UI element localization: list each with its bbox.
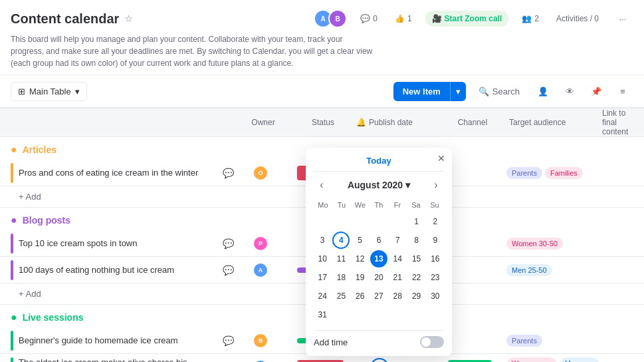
chat-icon[interactable]: 💬 <box>223 335 234 346</box>
col-header-channel: Channel <box>436 118 509 127</box>
avatar: B <box>253 333 268 349</box>
calendar-day-empty <box>352 306 369 323</box>
calendar-day[interactable]: 9 <box>427 232 444 249</box>
calendar-day[interactable]: 19 <box>352 269 369 286</box>
filter-icon-btn[interactable]: ≡ <box>612 81 633 102</box>
calendar-day[interactable]: 21 <box>389 269 406 286</box>
target-tag: Men 25-50 <box>506 264 552 276</box>
person-icon-btn[interactable]: 👤 <box>532 81 554 102</box>
cell-target: Women 30-50 <box>506 238 599 250</box>
toggle-knob <box>421 337 431 347</box>
calendar-day-selected[interactable]: 4 <box>332 232 350 249</box>
activities-btn[interactable]: Activities / 0 <box>552 11 603 26</box>
calendar-day[interactable]: 30 <box>427 287 444 305</box>
calendar-day[interactable]: 29 <box>408 287 425 305</box>
pin-icon-btn[interactable]: 📌 <box>586 81 607 102</box>
calendar-day[interactable]: 26 <box>352 287 369 305</box>
section-live-title[interactable]: Live sessions <box>23 312 84 323</box>
chat-icon[interactable]: 💬 <box>223 265 234 275</box>
calendar-day[interactable]: 3 <box>314 232 331 249</box>
chat-icon[interactable]: 💬 <box>223 238 234 249</box>
cell-channel[interactable]: Website <box>433 360 506 363</box>
calendar-nav: ‹ August 2020 ▾ › <box>314 177 444 193</box>
calendar-day[interactable]: 10 <box>314 250 331 268</box>
calendar-day[interactable]: 22 <box>408 269 425 286</box>
calendar-day[interactable]: 20 <box>370 269 387 286</box>
avatar: A <box>253 262 268 278</box>
calendar-day[interactable]: 18 <box>332 269 350 286</box>
main-table-button[interactable]: ⊞ Main Table ▾ <box>11 82 87 101</box>
cell-status[interactable]: Design <box>287 360 354 363</box>
date-circle <box>370 358 389 363</box>
calendar-month-label[interactable]: August 2020 ▾ <box>348 180 410 190</box>
section-blog-title[interactable]: Blog posts <box>23 215 70 226</box>
calendar-day[interactable]: 17 <box>314 269 331 286</box>
calendar-day[interactable]: 8 <box>408 232 425 249</box>
table-header: Owner Status 🔔 Publish date Channel Targ… <box>0 108 644 137</box>
cell-target: Parents <box>506 335 599 347</box>
cell-date: Aug 12 <box>354 358 433 363</box>
calendar-day[interactable]: 28 <box>389 287 406 305</box>
calendar-close-btn[interactable]: ✕ <box>437 153 445 164</box>
target-tag: Women 30... <box>506 357 557 363</box>
comment-icon: 💬 <box>360 14 370 23</box>
zoom-call-button[interactable]: 🎥 Start Zoom call <box>425 11 509 27</box>
calendar-day[interactable]: 31 <box>314 306 331 323</box>
likes-btn[interactable]: 👍 1 <box>391 11 416 26</box>
calendar-day-empty <box>370 213 387 230</box>
row-item-name[interactable]: 100 days of eating nothing but ice cream <box>19 265 217 275</box>
comments-btn[interactable]: 💬 0 <box>356 11 381 26</box>
calendar-day[interactable]: 14 <box>389 250 406 268</box>
add-time-label: Add time <box>314 337 348 347</box>
members-btn[interactable]: 👥 2 <box>518 11 543 26</box>
calendar-day[interactable]: 16 <box>427 250 444 268</box>
avatar: A <box>253 359 268 363</box>
calendar-day[interactable]: 7 <box>389 232 406 249</box>
row-item-name[interactable]: Pros and cons of eating ice cream in the… <box>19 168 217 178</box>
new-item-dropdown-button[interactable]: ▾ <box>450 82 466 101</box>
cell-target: Women 30... Men 25... <box>506 357 599 363</box>
members-icon: 👥 <box>522 14 532 23</box>
col-header-status: Status <box>290 118 356 127</box>
add-time-toggle[interactable] <box>420 336 444 348</box>
board-description: This board will help you manage and plan… <box>11 33 376 75</box>
channel-badge[interactable]: Website <box>448 360 492 363</box>
calendar-day[interactable]: 23 <box>427 269 444 286</box>
star-icon[interactable]: ☆ <box>124 13 133 24</box>
cell-owner: A <box>234 359 287 363</box>
search-button[interactable]: 🔍 Search <box>471 82 527 101</box>
zoom-icon: 🎥 <box>432 14 442 23</box>
calendar-today-btn[interactable]: Today <box>314 156 444 172</box>
col-header-link: Link to final content <box>602 108 633 136</box>
calendar-day[interactable]: 15 <box>408 250 425 268</box>
new-item-button[interactable]: New Item <box>393 82 450 101</box>
calendar-day[interactable]: 2 <box>427 213 444 230</box>
row-item-name[interactable]: Beginner's guide to homemade ice cream <box>19 335 217 345</box>
calendar-next-btn[interactable]: › <box>428 177 444 193</box>
eye-icon-btn[interactable]: 👁 <box>559 81 580 102</box>
calendar-day[interactable]: 1 <box>408 213 425 230</box>
header: Content calendar ☆ A B 💬 0 👍 1 � <box>0 0 644 75</box>
calendar-day[interactable]: 6 <box>370 232 387 249</box>
row-item-name[interactable]: Top 10 ice cream spots in town <box>19 238 217 248</box>
avatar-group: A B <box>314 9 347 28</box>
row-indicator <box>11 357 13 363</box>
chat-icon[interactable]: 💬 <box>223 168 234 178</box>
section-articles-dot: ● <box>11 144 17 156</box>
calendar-day[interactable]: 25 <box>332 287 350 305</box>
members-count: 2 <box>534 14 539 23</box>
calendar-day[interactable]: 5 <box>352 232 369 249</box>
calendar-day[interactable]: 12 <box>352 250 369 268</box>
calendar-prev-btn[interactable]: ‹ <box>314 177 330 193</box>
toolbar-left: ⊞ Main Table ▾ <box>11 82 87 101</box>
more-options-btn[interactable]: ··· <box>612 8 633 29</box>
section-articles-title[interactable]: Articles <box>23 144 56 155</box>
calendar-day[interactable]: 24 <box>314 287 331 305</box>
chevron-down-icon: ▾ <box>405 180 410 190</box>
row-item-name[interactable]: The oldest ice cream maker alive shares … <box>19 357 217 363</box>
calendar-day[interactable]: 11 <box>332 250 350 268</box>
toolbar-right: New Item ▾ 🔍 Search 👤 👁 📌 ≡ <box>393 81 633 102</box>
calendar-day[interactable]: 27 <box>370 287 387 305</box>
calendar-day-today[interactable]: 13 <box>370 250 387 268</box>
status-badge[interactable]: Design <box>297 360 344 363</box>
